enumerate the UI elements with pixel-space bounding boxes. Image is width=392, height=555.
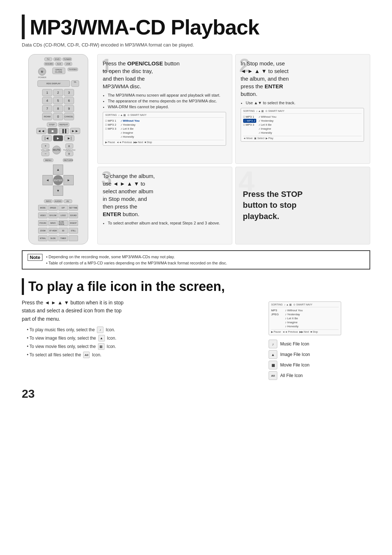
section2-bullet3-suffix: Icon.	[107, 344, 116, 349]
remote-num3-btn[interactable]: 3	[64, 89, 74, 96]
remote-rds-btn[interactable]: RDS/2BS	[44, 62, 54, 66]
screen-mockup-3: SORTING ♪ ▲ ▦ ⊙ SMART NAVY MP3 JPEG ♪ Wi…	[269, 301, 341, 335]
screen2-select-btn: ▣ Select	[254, 137, 264, 140]
remote-mute-btn[interactable]: MUTE	[52, 146, 61, 154]
remote-slidemode-btn[interactable]: SLIDE MODE	[58, 220, 68, 226]
remote-num9-btn[interactable]: 9	[64, 105, 74, 112]
remote-slide-btn[interactable]: SLIDE	[48, 235, 58, 241]
screen3-track3: ♪ Let It Be	[285, 316, 303, 320]
remote-transport-bot: |◄ ► ►|	[32, 135, 85, 141]
remote-ntral-btn[interactable]: NTRAL	[38, 235, 48, 241]
remote-num5-btn[interactable]: 5	[53, 97, 63, 104]
remote-dpad-down[interactable]: ▼	[53, 186, 63, 196]
remote-next-btn[interactable]: ►|	[64, 135, 74, 141]
remote-3d-btn[interactable]: 3D	[58, 228, 68, 234]
step1-bullet1: The MP3/WMA menu screen will appear and …	[108, 93, 226, 97]
remote-video-btn[interactable]: VIDEO	[38, 212, 48, 218]
step3-bullet1: To select another album and track, repea…	[108, 221, 226, 225]
section2-bullet1: • To play music files only, select the ♪…	[27, 327, 261, 333]
main-content-grid: TV DVD TUNER RDS/2BS AUX USB ⏻ POWER OPE…	[22, 54, 370, 244]
screen2-folders: □ MP3 1 □ MP3 2 □ MP3 3	[243, 115, 256, 135]
section2-left: Press the ◄ ► ▲ ▼ button when it is in s…	[22, 299, 261, 380]
remote-num0-btn[interactable]: 0	[53, 113, 63, 120]
remote-num4-btn[interactable]: 4	[42, 97, 52, 104]
image-file-icon-label: Image File Icon	[280, 352, 310, 357]
remote-ff-btn[interactable]: ►►	[70, 128, 80, 134]
remote-audio-btn[interactable]: AUDIO	[53, 199, 62, 203]
remote-zoom-btn[interactable]: ZOOM	[38, 228, 48, 234]
remote-num6-btn[interactable]: 6	[64, 97, 74, 104]
remote-roam-btn[interactable]: ROAM	[42, 113, 52, 120]
remote-dpad-empty-tl	[42, 165, 53, 175]
remote-num8-btn[interactable]: 8	[53, 105, 63, 112]
screen2-bottom-bar: ◄ Move ▣ Select ▶ Play	[243, 136, 362, 140]
screen1-folders: □ MP3 1 □ MP3 2 □ MP3 3	[105, 119, 118, 139]
movie-file-icon-inline: ▦	[98, 343, 105, 350]
remote-dp-btn[interactable]: D/P	[58, 205, 68, 211]
remote-stop-btn[interactable]: ■	[48, 128, 58, 134]
remote-ta-btn[interactable]: TA	[71, 80, 79, 87]
remote-menu-btn[interactable]: MENU	[43, 158, 53, 162]
screen1-sorting-label: SORTING	[105, 114, 117, 117]
all-file-icon-inline: All	[83, 352, 90, 358]
remote-cancel-btn[interactable]: CANCEL	[64, 113, 74, 120]
remote-timer-btn[interactable]: TIMER	[58, 235, 68, 241]
remote-return-btn[interactable]: RETURN	[63, 158, 73, 162]
screen1-bottom-bar: ▶ Pause ◄◄ Previous ▶▶ Next ■ Stop	[105, 140, 224, 144]
remote-bflow-btn[interactable]: B.FLOW	[48, 212, 58, 218]
screen2-track3: ♪ Let It Be	[258, 123, 276, 127]
remote-dpad-left[interactable]: ◄	[42, 175, 53, 185]
remote-mavo-btn[interactable]: MAVO	[48, 220, 58, 226]
remote-av-btn[interactable]: AV	[64, 199, 72, 203]
remote-speed-btn[interactable]: SPEED	[48, 205, 58, 211]
remote-tune-dn-btn[interactable]: ∨	[65, 151, 73, 156]
remote-mode-btn[interactable]: MODE	[38, 205, 48, 211]
remote-tv-btn[interactable]: TV	[44, 57, 52, 61]
remote-dpad-right[interactable]: ►	[64, 175, 74, 185]
remote-tune-up-btn[interactable]: ∧	[65, 143, 73, 149]
remote-tvvideo-btn[interactable]: TV/VIDEO	[68, 68, 78, 71]
remote-step-btn[interactable]: STEP	[47, 122, 57, 127]
remote-power-btn[interactable]: ⏻	[38, 68, 46, 76]
remote-still-btn[interactable]: STILL	[69, 228, 78, 234]
remote-usb-btn[interactable]: USB	[64, 62, 72, 66]
remote-num7-btn[interactable]: 7	[42, 105, 52, 112]
screen3-track1: ♪ Without You	[285, 308, 303, 312]
remote-info-btn[interactable]: INFO	[44, 199, 53, 203]
music-file-icon-label: Music File Icon	[280, 341, 309, 347]
remote-vol-up-btn[interactable]: +	[41, 143, 49, 149]
screen2-folder3: □ MP3 3	[243, 123, 256, 127]
screen1-track3: ♪ Let It Be	[121, 127, 140, 131]
remote-digest-btn[interactable]: DIGEST	[69, 220, 78, 226]
remote-logo-btn[interactable]: LOGO	[58, 212, 68, 218]
remote-num2-btn[interactable]: 2	[53, 89, 63, 96]
remote-prev-btn[interactable]: |◄	[42, 135, 52, 141]
step2-box: 2 In Stop mode, use ◄ ► ▲ ▼ to select th…	[235, 54, 370, 164]
section2-bar-decoration	[22, 278, 24, 295]
section2-bullet2-suffix: Icon.	[107, 336, 117, 341]
remote-repeat-btn[interactable]: REPEAT	[58, 122, 70, 127]
remote-stview-btn[interactable]: ST VIEW	[48, 228, 58, 234]
screen3-bottom-bar: ▶ Pause ◄◄ Previous ▶▶ Next ■ Stop	[271, 329, 339, 333]
remote-vol-dn-btn[interactable]: −	[41, 151, 49, 156]
remote-extra-btn[interactable]	[69, 235, 78, 241]
screen2-track1: ♪ Without You	[258, 115, 276, 119]
remote-pause-btn[interactable]: ▐▐	[59, 128, 69, 134]
remote-dpad-up[interactable]: ▲	[53, 165, 63, 175]
remote-num1-btn[interactable]: 1	[42, 89, 52, 96]
remote-dpad-empty-br	[64, 186, 74, 196]
remote-dvd-btn[interactable]: DVD	[53, 57, 61, 61]
screen3-track4: ♪ Imagine	[285, 320, 303, 324]
remote-pscan-btn[interactable]: P.SCAN	[38, 220, 48, 226]
remote-rew-btn[interactable]: ◄◄	[36, 128, 46, 134]
remote-tuner-btn[interactable]: TUNER	[62, 57, 72, 61]
remote-sound-btn[interactable]: SOUND	[69, 212, 78, 218]
remote-aux-btn[interactable]: AUX	[55, 62, 63, 66]
remote-play-btn[interactable]: ►	[53, 135, 63, 141]
remote-open-close-btn[interactable]: OPEN/CLOSE	[52, 68, 65, 74]
page-number: 23	[22, 387, 370, 401]
remote-dpad-enter[interactable]: ENTER	[53, 175, 63, 185]
remote-settime-btn[interactable]: SET TIME	[69, 205, 78, 211]
remote-power-label: POWER	[38, 76, 46, 78]
remote-rds-display-btn[interactable]: RDS DISPLAY	[37, 80, 70, 87]
